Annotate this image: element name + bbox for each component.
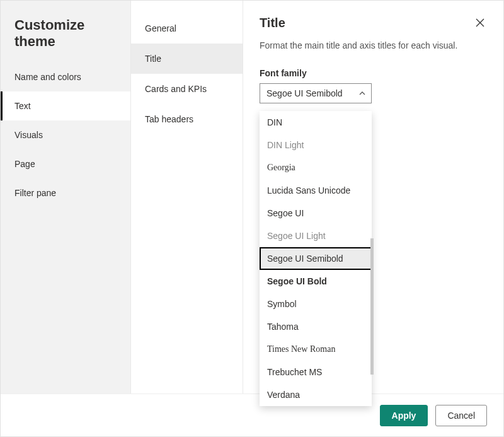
- sidebar-item-visuals[interactable]: Visuals: [1, 120, 130, 149]
- subnav-item-title[interactable]: Title: [131, 44, 243, 74]
- close-icon: [476, 19, 484, 29]
- dropdown-scrollbar[interactable]: [370, 238, 374, 375]
- apply-button[interactable]: Apply: [380, 405, 428, 426]
- subnav-item-cards-and-kpis[interactable]: Cards and KPIs: [131, 74, 243, 104]
- font-family-label: Font family: [260, 68, 487, 78]
- sidebar-item-text[interactable]: Text: [1, 91, 130, 120]
- dialog-title: Customize theme: [1, 1, 130, 62]
- sidebar-item-page[interactable]: Page: [1, 149, 130, 178]
- font-option-segoe-ui-semibold[interactable]: Segoe UI Semibold: [260, 247, 372, 270]
- font-option-georgia[interactable]: Georgia: [260, 156, 372, 179]
- chevron-up-icon: [358, 90, 366, 97]
- font-family-selected-value: Segoe UI Semibold: [266, 88, 343, 98]
- left-sidebar: Customize theme Name and colorsTextVisua…: [1, 1, 131, 393]
- font-option-symbol[interactable]: Symbol: [260, 293, 372, 315]
- close-button[interactable]: [473, 16, 487, 30]
- panel-title: Title: [260, 16, 285, 30]
- font-family-dropdown[interactable]: Segoe UI Semibold: [260, 83, 372, 103]
- sidebar-item-filter-pane[interactable]: Filter pane: [1, 178, 130, 207]
- detail-panel: Title Format the main title and axis tit…: [243, 1, 503, 393]
- font-option-times-new-roman[interactable]: Times New Roman: [260, 338, 372, 361]
- font-option-segoe-ui[interactable]: Segoe UI: [260, 202, 372, 224]
- font-option-verdana[interactable]: Verdana: [260, 383, 372, 406]
- cancel-button[interactable]: Cancel: [435, 405, 487, 426]
- font-option-trebuchet-ms[interactable]: Trebuchet MS: [260, 361, 372, 383]
- panel-description: Format the main title and axis titles fo…: [260, 40, 487, 50]
- font-option-segoe-ui-bold[interactable]: Segoe UI Bold: [260, 270, 372, 293]
- dialog-footer: Apply Cancel: [1, 393, 503, 436]
- sub-sidebar: GeneralTitleCards and KPIsTab headers: [131, 1, 243, 393]
- sidebar-item-name-and-colors[interactable]: Name and colors: [1, 62, 130, 91]
- font-option-lucida-sans-unicode[interactable]: Lucida Sans Unicode: [260, 179, 372, 202]
- font-option-din[interactable]: DIN: [260, 111, 372, 134]
- subnav-item-tab-headers[interactable]: Tab headers: [131, 104, 243, 134]
- font-option-segoe-ui-light[interactable]: Segoe UI Light: [260, 224, 372, 247]
- font-family-options-list[interactable]: DINDIN LightGeorgiaLucida Sans UnicodeSe…: [260, 111, 372, 406]
- font-option-tahoma[interactable]: Tahoma: [260, 315, 372, 338]
- subnav-item-general[interactable]: General: [131, 13, 243, 44]
- font-option-din-light[interactable]: DIN Light: [260, 134, 372, 156]
